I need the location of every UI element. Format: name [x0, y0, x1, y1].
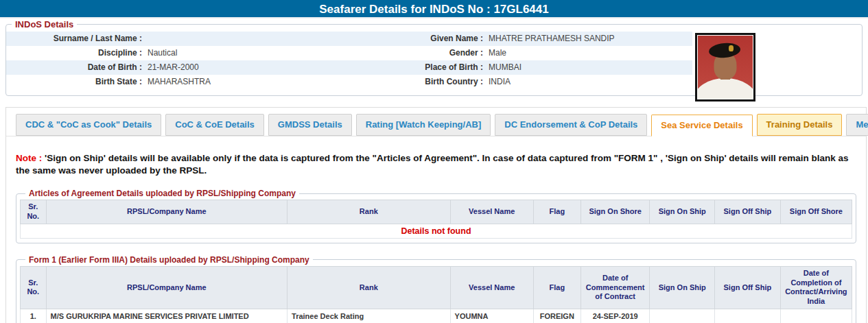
indos-detail-row: Surname / Last Name :Given Name :MHATRE …	[6, 32, 692, 46]
form1-legend: Form 1 (Earlier Form IIIA) Details uploa…	[25, 255, 313, 265]
tab-bar: CDC & "CoC as Cook" DetailsCoC & CoE Det…	[6, 108, 866, 136]
column-header-rank: Rank	[288, 266, 451, 309]
field-label: Date of Birth :	[6, 60, 142, 75]
table-row: 1.M/S GURUKRIPA MARINE SERVICES PRIVATE …	[21, 309, 852, 323]
indos-detail-row: Birth State :MAHARASHTRABirth Country :I…	[6, 75, 692, 89]
page-title: Seafarer Details for INDoS No : 17GL6441	[0, 0, 868, 19]
column-header-vessel-name: Vessel Name	[450, 200, 533, 224]
column-header-rank: Rank	[288, 200, 451, 224]
table-cell: YOUMNA	[450, 309, 533, 323]
field-value: INDIA	[483, 75, 692, 89]
field-label: Gender :	[342, 46, 483, 60]
tab-training-details[interactable]: Training Details	[757, 114, 843, 136]
seafarer-photo-image	[698, 36, 753, 99]
column-header-date-of-completion-of-contract-arriving-india: Date of Completion of Contract/Arriving …	[780, 266, 852, 309]
column-header-flag: Flag	[533, 200, 580, 224]
field-label: Surname / Last Name :	[6, 32, 142, 46]
tab-medical-fitness-certificate[interactable]: Medical Fitness Certificate	[846, 114, 868, 136]
table-cell: 24-SEP-2019	[580, 309, 650, 323]
empty-message: Details not found	[21, 224, 852, 238]
column-header-sign-off-ship: Sign Off Ship	[714, 200, 780, 224]
articles-of-agreement-table: Sr. No.RPSL/Company NameRankVessel NameF…	[20, 200, 852, 239]
articles-of-agreement-panel: Articles of Agreement Details uploaded b…	[16, 189, 856, 243]
column-header-rpsl-company-name: RPSL/Company Name	[46, 200, 287, 224]
table-empty-row: Details not found	[21, 224, 852, 238]
table-cell	[714, 309, 780, 323]
indos-detail-row: Discipline :NauticalGender :Male	[6, 46, 692, 60]
field-value: MAHARASHTRA	[142, 75, 342, 89]
table-header-row: Sr. No.RPSL/Company NameRankVessel NameF…	[21, 200, 852, 224]
table-cell: FOREIGN	[533, 309, 580, 323]
table-cell	[780, 309, 852, 323]
field-value: Nautical	[142, 46, 342, 60]
indos-details-panel: INDoS Details Surname / Last Name :Given…	[5, 19, 863, 96]
tab-sea-service-details[interactable]: Sea Service Details	[651, 115, 752, 136]
indos-detail-row: Date of Birth :21-MAR-2000Place of Birth…	[6, 60, 692, 75]
field-label: Birth State :	[6, 75, 142, 89]
form1-table: Sr. No.RPSL/Company NameRankVessel NameF…	[20, 266, 852, 323]
column-header-sign-off-shore: Sign Off Shore	[780, 200, 852, 224]
field-value	[142, 32, 342, 46]
table-cell: Trainee Deck Rating	[288, 309, 451, 323]
column-header-date-of-commencement-of-contract: Date of Commencement of Contract	[580, 266, 650, 309]
field-label: Discipline :	[6, 46, 142, 60]
articles-of-agreement-legend: Articles of Agreement Details uploaded b…	[25, 189, 299, 198]
table-header-row: Sr. No.RPSL/Company NameRankVessel NameF…	[21, 266, 852, 309]
field-value: Male	[483, 46, 692, 60]
tab-rating-watch-keeping-ab[interactable]: Rating [Watch Keeping/AB]	[356, 114, 491, 136]
seafarer-photo	[695, 33, 755, 101]
field-value: 21-MAR-2000	[142, 60, 342, 75]
column-header-sign-on-shore: Sign On Shore	[580, 200, 650, 224]
tab-cdc-coc-as-cook-details[interactable]: CDC & "CoC as Cook" Details	[16, 114, 161, 136]
note-text: Note : 'Sign on Ship' details will be av…	[6, 136, 866, 177]
tab-coc-coe-details[interactable]: CoC & CoE Details	[165, 114, 264, 136]
column-header-sign-off-ship: Sign Off Ship	[714, 266, 780, 309]
field-label: Birth Country :	[342, 75, 483, 89]
tab-dc-endorsement-cop-details[interactable]: DC Endorsement & CoP Details	[495, 114, 647, 136]
column-header-sign-on-ship: Sign On Ship	[650, 266, 715, 309]
photo-beret-shape	[708, 42, 741, 59]
column-header-flag: Flag	[533, 266, 580, 309]
column-header-sr-no: Sr. No.	[21, 200, 47, 224]
tab-gmdss-details[interactable]: GMDSS Details	[268, 114, 352, 136]
table-cell	[650, 309, 715, 323]
table-cell: M/S GURUKRIPA MARINE SERVICES PRIVATE LI…	[46, 309, 287, 323]
tab-content-container: CDC & "CoC as Cook" DetailsCoC & CoE Det…	[5, 107, 867, 323]
field-label: Given Name :	[342, 32, 483, 46]
photo-shirt-shape	[698, 78, 753, 99]
field-label: Place of Birth :	[342, 60, 483, 75]
column-header-vessel-name: Vessel Name	[450, 266, 533, 309]
field-value: MHATRE PRATHAMESH SANDIP	[483, 32, 692, 46]
field-value: MUMBAI	[483, 60, 692, 75]
form1-panel: Form 1 (Earlier Form IIIA) Details uploa…	[16, 255, 856, 323]
note-prefix: Note :	[16, 153, 42, 163]
note-body: 'Sign on Ship' details will be available…	[16, 153, 848, 176]
indos-details-legend: INDoS Details	[12, 19, 77, 29]
column-header-sr-no: Sr. No.	[21, 266, 47, 309]
table-cell: 1.	[21, 309, 47, 323]
photo-beret-badge	[729, 45, 734, 51]
column-header-sign-on-ship: Sign On Ship	[650, 200, 715, 224]
column-header-rpsl-company-name: RPSL/Company Name	[46, 266, 287, 309]
